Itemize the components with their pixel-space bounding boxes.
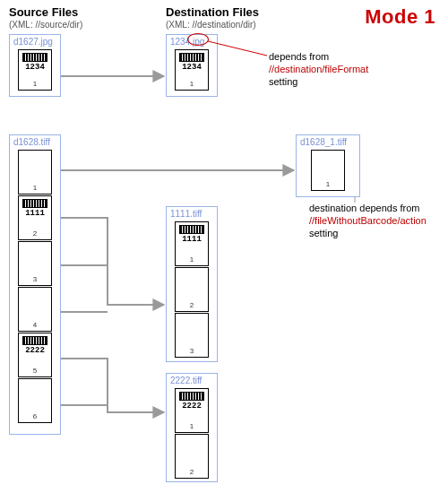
- barcode-value: 2222: [25, 346, 45, 355]
- page-number: 1: [33, 80, 37, 88]
- dest-file-3: 1111.tiff 1111 1 2 3: [166, 206, 218, 362]
- page: 3: [18, 241, 52, 286]
- barcode-icon: [179, 53, 204, 62]
- barcode-icon: [22, 336, 47, 345]
- barcode-value: 1234: [182, 63, 202, 72]
- page-number: 3: [190, 347, 194, 355]
- page-number: 3: [33, 275, 37, 283]
- page: 1111 1: [175, 221, 209, 266]
- page-number: 2: [190, 301, 194, 309]
- annotation-fileformat: depends from //destination/fileFormat se…: [269, 51, 430, 88]
- page: 4: [18, 287, 52, 332]
- barcode-icon: [179, 225, 204, 234]
- source-file-2: d1628.tiff 1 1111 2 3 4 2222 5 6: [9, 134, 61, 435]
- page: 1234 1: [175, 49, 209, 91]
- barcode-value: 1111: [182, 235, 202, 244]
- barcode-icon: [179, 392, 204, 401]
- file-label: 2222.tiff: [170, 376, 202, 385]
- page: 1111 2: [18, 195, 52, 240]
- page-number: 5: [33, 367, 37, 375]
- page-number: 2: [33, 229, 37, 238]
- source-subheading: (XML: //source/dir): [9, 20, 82, 30]
- mode-label: Mode 1: [365, 5, 435, 29]
- barcode-value: 2222: [182, 402, 202, 411]
- page: 6: [18, 378, 52, 423]
- source-heading: Source Files: [9, 5, 78, 19]
- barcode-icon: [22, 199, 47, 208]
- file-label: d1628.tiff: [13, 137, 50, 147]
- source-file-1: d1627.jpg 1234 1: [9, 34, 61, 97]
- page: 2: [175, 267, 209, 312]
- barcode-value: 1234: [25, 63, 45, 72]
- highlight-ellipse: [187, 33, 209, 46]
- page-number: 1: [190, 80, 194, 88]
- file-label: 1111.tiff: [170, 209, 202, 219]
- annotation-nobarcode: destination depends from //fileWithoutBa…: [309, 203, 448, 239]
- destination-heading: Destination Files: [166, 5, 259, 19]
- page: 3: [175, 313, 209, 358]
- page-number: 1: [190, 422, 194, 430]
- page-number: 1: [33, 184, 37, 192]
- file-label: d1627.jpg: [13, 37, 53, 47]
- file-label: d1628_1.tiff: [300, 137, 347, 147]
- page: 1234 1: [18, 49, 52, 91]
- barcode-value: 1111: [25, 209, 45, 218]
- page-number: 6: [33, 412, 37, 420]
- page-number: 1: [190, 255, 194, 264]
- page: 1: [18, 150, 52, 195]
- page-number: 4: [33, 321, 37, 329]
- page: 1: [311, 150, 345, 191]
- dest-file-4: 2222.tiff 2222 1 2: [166, 373, 218, 482]
- dest-file-2: d1628_1.tiff 1: [296, 134, 360, 197]
- barcode-icon: [22, 53, 47, 62]
- page: 2222 5: [18, 333, 52, 377]
- page-number: 1: [326, 180, 330, 188]
- destination-subheading: (XML: //destination/dir): [166, 20, 256, 30]
- page-number: 2: [190, 468, 194, 476]
- page: 2: [175, 434, 209, 479]
- page: 2222 1: [175, 388, 209, 433]
